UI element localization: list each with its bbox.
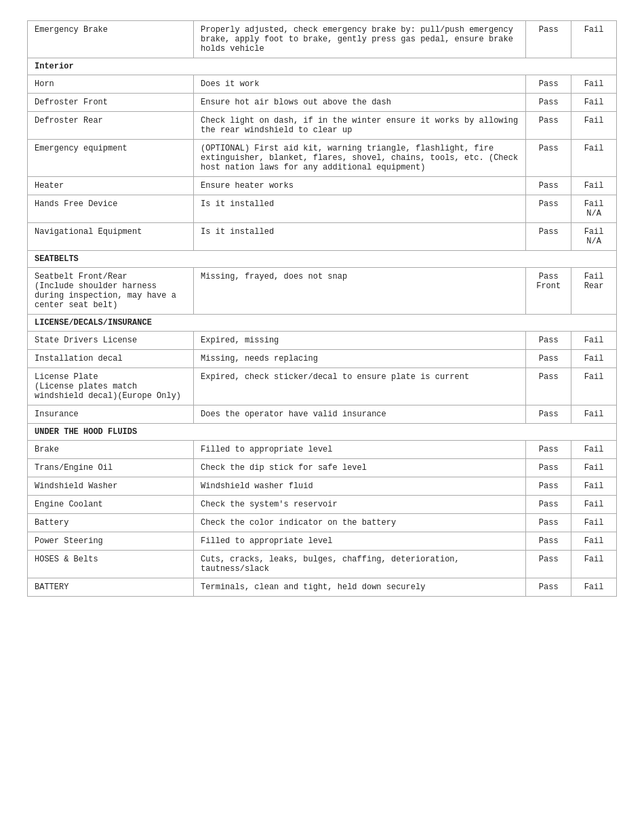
description-cell: Filled to appropriate level (194, 441, 526, 459)
item-cell: Windshield Washer (28, 477, 194, 496)
pass-cell: Pass (526, 532, 571, 551)
description-cell: Expired, missing (194, 332, 526, 350)
fail-cell: Fail (571, 477, 617, 496)
description-cell: Windshield washer fluid (194, 477, 526, 496)
fail-cell: Fail (571, 177, 617, 195)
description-cell: Does it work (194, 75, 526, 94)
section-header-under-the-hood-fluids: UNDER THE HOOD FLUIDS (28, 424, 617, 441)
description-cell: Is it installed (194, 223, 526, 251)
item-cell: Heater (28, 177, 194, 195)
fail-cell: Fail (571, 21, 617, 58)
pass-cell: Pass (526, 177, 571, 195)
item-cell: Installation decal (28, 350, 194, 368)
fail-cell: Fail Rear (571, 268, 617, 315)
item-cell: State Drivers License (28, 332, 194, 350)
item-cell: Emergency equipment (28, 140, 194, 177)
fail-cell: Fail (571, 551, 617, 578)
pass-cell: Pass (526, 75, 571, 94)
fail-cell: Fail (571, 532, 617, 551)
description-cell: Does the operator have valid insurance (194, 405, 526, 424)
pass-cell: Pass (526, 21, 571, 58)
section-header-interior: Interior (28, 58, 617, 75)
pass-cell: Pass Front (526, 268, 571, 315)
description-cell: Filled to appropriate level (194, 532, 526, 551)
fail-cell: Fail N/A (571, 195, 617, 223)
description-cell: Expired, check sticker/decal to ensure p… (194, 368, 526, 405)
pass-cell: Pass (526, 477, 571, 496)
item-cell: Battery (28, 514, 194, 532)
item-cell: Defroster Rear (28, 112, 194, 140)
pass-cell: Pass (526, 551, 571, 578)
description-cell: (OPTIONAL) First aid kit, warning triang… (194, 140, 526, 177)
fail-cell: Fail N/A (571, 223, 617, 251)
pass-cell: Pass (526, 441, 571, 459)
item-cell: Horn (28, 75, 194, 94)
description-cell: Check light on dash, if in the winter en… (194, 112, 526, 140)
item-cell: Emergency Brake (28, 21, 194, 58)
description-cell: Missing, frayed, does not snap (194, 268, 526, 315)
pass-cell: Pass (526, 112, 571, 140)
inspection-table: Emergency BrakeProperly adjusted, check … (27, 20, 617, 597)
description-cell: Properly adjusted, check emergency brake… (194, 21, 526, 58)
fail-cell: Fail (571, 496, 617, 514)
description-cell: Check the system's reservoir (194, 496, 526, 514)
fail-cell: Fail (571, 140, 617, 177)
item-cell: Power Steering (28, 532, 194, 551)
fail-cell: Fail (571, 405, 617, 424)
section-header-license/decals/insurance: LICENSE/DECALS/INSURANCE (28, 315, 617, 332)
pass-cell: Pass (526, 350, 571, 368)
item-cell: Engine Coolant (28, 496, 194, 514)
description-cell: Is it installed (194, 195, 526, 223)
item-cell: Defroster Front (28, 94, 194, 112)
fail-cell: Fail (571, 368, 617, 405)
section-header-seatbelts: SEATBELTS (28, 251, 617, 268)
item-cell: Brake (28, 441, 194, 459)
fail-cell: Fail (571, 459, 617, 477)
pass-cell: Pass (526, 496, 571, 514)
fail-cell: Fail (571, 94, 617, 112)
description-cell: Cuts, cracks, leaks, bulges, chaffing, d… (194, 551, 526, 578)
pass-cell: Pass (526, 514, 571, 532)
pass-cell: Pass (526, 94, 571, 112)
fail-cell: Fail (571, 75, 617, 94)
item-cell: BATTERY (28, 578, 194, 597)
fail-cell: Fail (571, 514, 617, 532)
description-cell: Terminals, clean and tight, held down se… (194, 578, 526, 597)
pass-cell: Pass (526, 332, 571, 350)
pass-cell: Pass (526, 195, 571, 223)
item-cell: Hands Free Device (28, 195, 194, 223)
item-cell: Trans/Engine Oil (28, 459, 194, 477)
description-cell: Ensure heater works (194, 177, 526, 195)
fail-cell: Fail (571, 350, 617, 368)
description-cell: Check the dip stick for safe level (194, 459, 526, 477)
item-cell: HOSES & Belts (28, 551, 194, 578)
pass-cell: Pass (526, 140, 571, 177)
description-cell: Ensure hot air blows out above the dash (194, 94, 526, 112)
pass-cell: Pass (526, 459, 571, 477)
item-cell: Seatbelt Front/Rear (Include shoulder ha… (28, 268, 194, 315)
pass-cell: Pass (526, 368, 571, 405)
fail-cell: Fail (571, 441, 617, 459)
description-cell: Check the color indicator on the battery (194, 514, 526, 532)
item-cell: Navigational Equipment (28, 223, 194, 251)
item-cell: License Plate (License plates match wind… (28, 368, 194, 405)
pass-cell: Pass (526, 223, 571, 251)
fail-cell: Fail (571, 578, 617, 597)
item-cell: Insurance (28, 405, 194, 424)
pass-cell: Pass (526, 578, 571, 597)
description-cell: Missing, needs replacing (194, 350, 526, 368)
fail-cell: Fail (571, 112, 617, 140)
fail-cell: Fail (571, 332, 617, 350)
pass-cell: Pass (526, 405, 571, 424)
